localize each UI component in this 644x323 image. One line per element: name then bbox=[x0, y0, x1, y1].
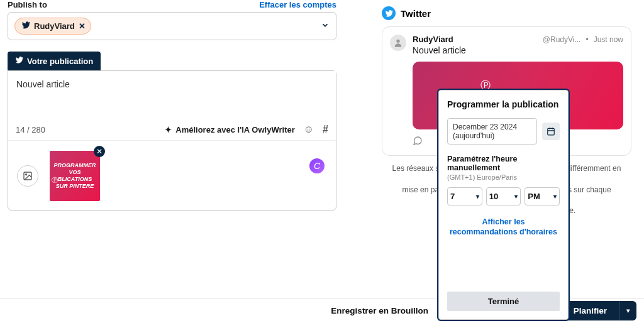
remove-attachment-icon[interactable]: ✕ bbox=[94, 146, 105, 157]
twitter-icon bbox=[382, 6, 396, 20]
char-counter: 14 / 280 bbox=[16, 125, 45, 134]
ampm-select[interactable]: PM▾ bbox=[525, 187, 560, 205]
show-recommendations-link[interactable]: Afficher les recommandations d'horaires bbox=[447, 217, 560, 238]
tweet-body: Nouvel article bbox=[413, 45, 623, 55]
avatar bbox=[390, 35, 406, 51]
publication-tab[interactable]: Votre publication bbox=[8, 52, 101, 70]
tweet-author-name: RudyViard bbox=[413, 35, 453, 44]
chevron-down-icon: ▾ bbox=[476, 193, 479, 200]
date-input[interactable]: December 23 2024 (aujourd'hui) bbox=[447, 118, 537, 145]
pinterest-icon: Ⓟ bbox=[52, 176, 58, 185]
publish-to-label: Publish to bbox=[8, 0, 47, 9]
emoji-icon[interactable]: ☺ bbox=[304, 124, 314, 135]
svg-rect-3 bbox=[548, 128, 555, 135]
svg-point-2 bbox=[396, 40, 399, 43]
composer-box: 14 / 280 ✦ Améliorez avec l'IA OwlyWrite… bbox=[8, 70, 336, 211]
preview-platform-title: Twitter bbox=[401, 8, 431, 19]
twitter-icon bbox=[21, 21, 30, 31]
schedule-popover: Programmer la publication December 23 20… bbox=[438, 90, 569, 320]
account-selector[interactable]: RudyViard ✕ bbox=[8, 12, 336, 40]
separator: • bbox=[586, 35, 588, 44]
chevron-down-icon[interactable] bbox=[321, 21, 330, 32]
owlywriter-button[interactable]: ✦ Améliorez avec l'IA OwlyWriter bbox=[165, 125, 295, 134]
chevron-down-icon: ▾ bbox=[553, 193, 557, 200]
tweet-handle: @RudyVi... bbox=[543, 35, 581, 44]
add-media-button[interactable] bbox=[17, 165, 38, 187]
time-label: Paramétrez l'heure manuellement bbox=[447, 155, 560, 172]
sparkle-icon: ✦ bbox=[165, 125, 172, 134]
schedule-more-button[interactable]: ▾ bbox=[619, 301, 636, 320]
account-chip: RudyViard ✕ bbox=[14, 18, 91, 35]
scheduler-title: Programmer la publication bbox=[447, 99, 560, 109]
save-draft-button[interactable]: Enregistrer en Brouillon bbox=[331, 306, 428, 315]
schedule-button[interactable]: Planifier bbox=[561, 301, 619, 320]
hashtag-icon[interactable]: # bbox=[323, 124, 328, 135]
calendar-icon[interactable] bbox=[542, 123, 560, 140]
compose-textarea[interactable] bbox=[8, 71, 336, 119]
canva-button[interactable]: C bbox=[309, 158, 325, 173]
timezone-label: (GMT+1) Europe/Paris bbox=[447, 173, 560, 181]
done-button[interactable]: Terminé bbox=[447, 292, 560, 311]
remove-account-icon[interactable]: ✕ bbox=[79, 21, 86, 31]
minute-select[interactable]: 10▾ bbox=[486, 187, 521, 205]
hour-select[interactable]: 7▾ bbox=[447, 187, 482, 205]
tab-label: Votre publication bbox=[27, 57, 93, 66]
twitter-icon bbox=[15, 56, 23, 66]
reply-icon[interactable] bbox=[413, 136, 423, 148]
clear-accounts-link[interactable]: Effacer les comptes bbox=[259, 0, 336, 9]
account-name: RudyViard bbox=[34, 21, 75, 31]
svg-point-1 bbox=[26, 174, 27, 175]
attached-image-thumb[interactable]: Ⓟ PROGRAMMER VOS BLICATIONS SUR PINTERE … bbox=[50, 151, 100, 201]
tweet-timestamp: Just now bbox=[594, 35, 623, 44]
owly-label: Améliorez avec l'IA OwlyWriter bbox=[175, 125, 295, 134]
chevron-down-icon: ▾ bbox=[514, 193, 518, 200]
